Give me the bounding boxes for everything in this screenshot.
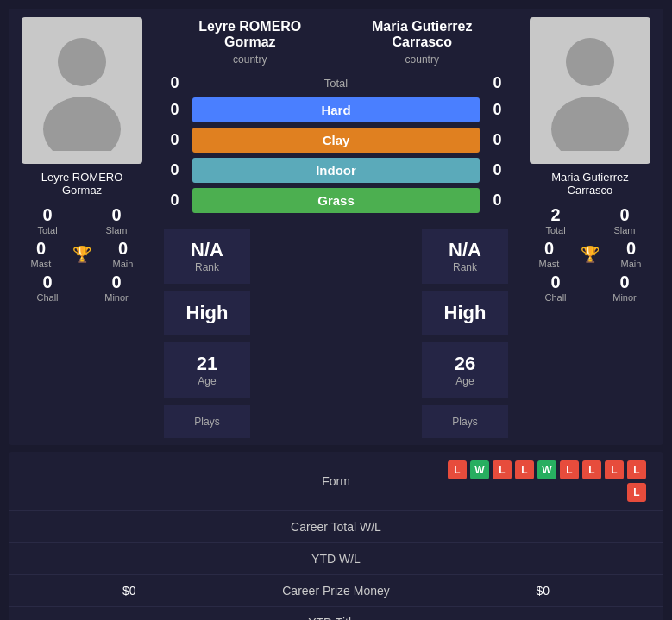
hard-score-left: 0	[164, 101, 185, 119]
left-header-name: Leyre ROMEROGormaz country	[164, 19, 336, 66]
right-mast-label: Mast	[521, 259, 577, 269]
right-mast-value: 0	[521, 239, 577, 259]
grass-score-right: 0	[487, 191, 508, 210]
right-high-panel: High	[422, 291, 508, 335]
right-age-value: 26	[430, 353, 499, 375]
left-slam-label: Slam	[82, 225, 151, 235]
right-total-value: 2	[521, 205, 590, 225]
right-player-section: Maria Gutierrez Carrasco 2 Total 0 Slam	[517, 9, 663, 445]
right-rank-value: N/A	[430, 239, 499, 261]
left-player-avatar	[22, 17, 142, 164]
right-rank-label: Rank	[430, 261, 499, 273]
center-score-area: 0 Total 0 0 Hard 0 0 Clay 0	[155, 70, 517, 217]
right-plays-label: Plays	[430, 416, 499, 428]
left-rank-label: Rank	[173, 261, 242, 273]
left-plays-panel: Plays	[164, 405, 250, 438]
prize-right: $0	[439, 584, 646, 598]
right-minor-label: Minor	[590, 292, 659, 303]
left-chall-value: 0	[13, 272, 82, 292]
form-badge-l: L	[627, 460, 646, 479]
top-block: Leyre ROMERO Gormaz 0 Total 0 Slam 0	[9, 9, 663, 445]
right-rank-panel: N/A Rank	[422, 229, 508, 284]
left-age-value: 21	[173, 353, 242, 375]
left-info-col: N/A Rank High 21 Age Plays	[160, 222, 254, 445]
indoor-score-right: 0	[487, 161, 508, 179]
left-player-name: Leyre ROMERO Gormaz	[41, 171, 123, 197]
left-trophy-icon: 🏆	[72, 246, 91, 263]
svg-point-2	[566, 38, 614, 86]
bottom-stats: Form LWLLWLLLLL Career Total W/L YTD W/L…	[9, 452, 663, 620]
right-slam-label: Slam	[590, 225, 659, 235]
left-age-label: Age	[173, 375, 242, 387]
ytd-titles-row: YTD Titles	[9, 607, 663, 620]
indoor-button[interactable]: Indoor	[192, 158, 480, 183]
left-high-panel: High	[164, 291, 250, 335]
right-player-name: Maria Gutierrez Carrasco	[551, 171, 629, 197]
right-plays-panel: Plays	[422, 405, 508, 438]
right-age-panel: 26 Age	[422, 342, 508, 398]
center-section: Leyre ROMEROGormaz country Maria Gutierr…	[155, 9, 517, 445]
career-wl-label: Career Total W/L	[233, 520, 440, 534]
right-header-name: Maria GutierrezCarrasco country	[336, 19, 509, 66]
hard-row: 0 Hard 0	[164, 97, 508, 122]
left-chall-label: Chall	[13, 292, 82, 303]
left-total-label: Total	[13, 225, 82, 235]
right-total-label: Total	[521, 225, 590, 235]
left-rank-value: N/A	[173, 239, 242, 261]
grass-button[interactable]: Grass	[192, 188, 480, 213]
hard-button[interactable]: Hard	[192, 97, 480, 122]
form-badge-l: L	[582, 460, 601, 479]
form-badge-l: L	[515, 460, 534, 479]
right-info-col: N/A Rank High 26 Age Plays	[418, 222, 512, 445]
left-slam-value: 0	[82, 205, 151, 225]
total-score-left: 0	[164, 74, 185, 92]
right-player-stats: 2 Total 0 Slam 0 Mast 🏆	[521, 205, 659, 303]
ytd-wl-row: YTD W/L	[9, 543, 663, 575]
right-high-value: High	[430, 302, 499, 324]
clay-score-right: 0	[487, 131, 508, 149]
total-row: 0 Total 0	[164, 74, 508, 92]
svg-point-0	[58, 38, 106, 86]
right-minor-value: 0	[590, 272, 659, 292]
left-plays-label: Plays	[173, 416, 242, 428]
total-label: Total	[192, 77, 480, 90]
grass-row: 0 Grass 0	[164, 188, 508, 213]
indoor-score-left: 0	[164, 161, 185, 179]
svg-point-1	[43, 97, 121, 151]
right-country-label: country	[336, 53, 509, 66]
form-badge-w: W	[470, 460, 489, 479]
main-container: Leyre ROMERO Gormaz 0 Total 0 Slam 0	[0, 0, 672, 620]
grass-score-left: 0	[164, 191, 185, 210]
form-badge-l: L	[493, 460, 512, 479]
prize-row: $0 Career Prize Money $0	[9, 575, 663, 607]
info-panels-row: N/A Rank High 21 Age Plays	[155, 217, 517, 445]
right-main-value: 0	[603, 239, 659, 259]
left-age-panel: 21 Age	[164, 342, 250, 398]
form-badge-w: W	[537, 460, 556, 479]
right-trophy-icon: 🏆	[581, 246, 600, 263]
clay-score-left: 0	[164, 131, 185, 149]
right-slam-value: 0	[590, 205, 659, 225]
right-player-avatar	[530, 17, 650, 164]
left-player-section: Leyre ROMERO Gormaz 0 Total 0 Slam 0	[9, 9, 155, 445]
right-age-label: Age	[430, 375, 499, 387]
left-high-value: High	[173, 302, 242, 324]
prize-label: Career Prize Money	[233, 584, 440, 598]
form-badge-l: L	[560, 460, 579, 479]
right-chall-label: Chall	[521, 292, 590, 303]
form-badges-container: LWLLWLLLLL	[439, 460, 646, 502]
ytd-wl-label: YTD W/L	[233, 552, 440, 566]
form-row: Form LWLLWLLLLL	[9, 452, 663, 511]
hard-score-right: 0	[487, 101, 508, 119]
indoor-row: 0 Indoor 0	[164, 158, 508, 183]
total-score-right: 0	[487, 74, 508, 92]
left-rank-panel: N/A Rank	[164, 229, 250, 284]
left-player-stats: 0 Total 0 Slam 0 Mast 🏆	[13, 205, 151, 303]
left-minor-value: 0	[82, 272, 151, 292]
left-mast-value: 0	[13, 239, 69, 259]
left-country-label: country	[164, 53, 336, 66]
form-badge-l: L	[605, 460, 624, 479]
right-chall-value: 0	[521, 272, 590, 292]
clay-button[interactable]: Clay	[192, 128, 480, 153]
clay-row: 0 Clay 0	[164, 128, 508, 153]
